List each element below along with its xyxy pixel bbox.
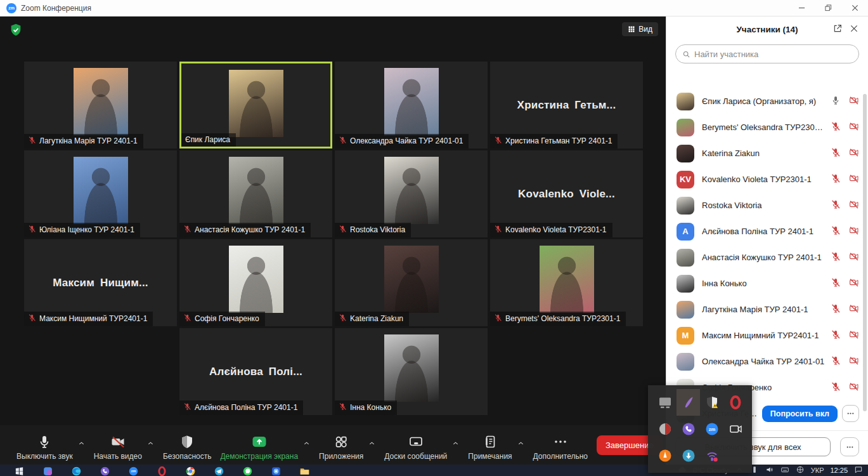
- chevron-up-icon[interactable]: [517, 438, 524, 449]
- tray-zoom-icon[interactable]: zm: [700, 416, 723, 442]
- more-icon: [553, 434, 568, 449]
- volume-icon[interactable]: [765, 465, 774, 476]
- participant-row[interactable]: A Алєйнова Поліна ТУР 2401-1: [666, 218, 868, 244]
- taskbar-folder-icon[interactable]: [299, 466, 310, 476]
- language-indicator[interactable]: УКР: [811, 465, 824, 474]
- panel-scrollbar[interactable]: [863, 94, 867, 411]
- video-tile[interactable]: Олександра Чайка ТУР 2401-01: [335, 62, 488, 149]
- taskbar-opera-icon[interactable]: [157, 466, 167, 476]
- taskbar-chrome-icon[interactable]: [185, 466, 196, 476]
- taskbar-whatsapp-icon[interactable]: [242, 466, 253, 476]
- taskbar-widgets-icon[interactable]: [42, 466, 53, 476]
- taskbar-edge-icon[interactable]: [71, 466, 82, 476]
- participant-row[interactable]: Анастасія Кожушко ТУР 2401-1: [666, 244, 868, 270]
- tray-opera-icon[interactable]: [723, 389, 747, 416]
- participant-video-photo: [229, 246, 283, 313]
- tray-mobile-hotspot-icon[interactable]: [700, 442, 723, 469]
- participant-name: Єпик Лариса (Организатор, я): [702, 96, 826, 106]
- participant-video-photo: [229, 70, 283, 137]
- toolbar-button-mic[interactable]: Выключить звук: [16, 429, 73, 461]
- close-button[interactable]: [841, 0, 868, 16]
- mic-muted-icon: [831, 225, 841, 238]
- participant-row[interactable]: Rostoka Viktoria: [666, 192, 868, 218]
- notifications-icon[interactable]: [854, 465, 863, 476]
- tray-defender-alert-icon[interactable]: [700, 389, 723, 416]
- mic-muted-icon: [183, 402, 191, 413]
- taskbar-telegram-icon[interactable]: [214, 466, 224, 476]
- video-tile[interactable]: Berymets' Oleksandra ТУР2301-1: [490, 239, 643, 326]
- toolbar-button-share[interactable]: Демонстрация экрана: [220, 429, 298, 461]
- network-icon[interactable]: [796, 465, 805, 476]
- participants-title: Участники (14): [736, 25, 798, 34]
- view-button-label: Вид: [638, 25, 652, 34]
- participant-row[interactable]: Лагуткіна Марія ТУР 2401-1: [666, 296, 868, 322]
- restore-button[interactable]: [815, 0, 841, 16]
- video-tile[interactable]: Юліана Іщенко ТУР 2401-1: [24, 150, 177, 237]
- participant-row[interactable]: Інна Конько: [666, 270, 868, 296]
- avatar: A: [677, 223, 694, 241]
- minimize-button[interactable]: [788, 0, 815, 16]
- video-tile[interactable]: Katerina Ziakun: [335, 239, 488, 326]
- tray-stylus-icon[interactable]: [677, 389, 700, 416]
- participant-search[interactable]: [675, 44, 859, 63]
- clock[interactable]: 12:25: [830, 465, 848, 474]
- video-tile[interactable]: Христина Гетьм... Христина Гетьман ТУР 2…: [490, 62, 643, 149]
- participant-row[interactable]: Katerina Ziakun: [666, 140, 868, 166]
- taskbar-start-icon[interactable]: [14, 466, 25, 476]
- tile-participant-name: Rostoka Viktoria: [350, 225, 405, 234]
- video-tile[interactable]: Rostoka Viktoria: [335, 150, 488, 237]
- participant-row[interactable]: Berymets' Oleksandra ТУР2301-1: [666, 114, 868, 140]
- toolbar-button-notes[interactable]: Примечания: [468, 429, 512, 461]
- video-tile[interactable]: Інна Конько: [335, 328, 488, 415]
- encryption-shield-icon[interactable]: [9, 23, 23, 38]
- video-grid: Лагуткіна Марія ТУР 2401-1 Єпик Лариса О…: [24, 62, 644, 415]
- chevron-up-icon[interactable]: [78, 438, 85, 449]
- tray-display-icon[interactable]: [653, 389, 677, 416]
- participant-more-button[interactable]: [842, 405, 859, 422]
- chevron-up-icon[interactable]: [147, 438, 154, 449]
- participant-row[interactable]: Єпик Лариса (Организатор, я): [666, 88, 868, 114]
- tray-downloader-icon[interactable]: [677, 442, 700, 469]
- video-tile[interactable]: Алєйнова Полі... Алєйнова Поліна ТУР 240…: [179, 328, 332, 415]
- shield-icon: [179, 434, 195, 449]
- participant-row[interactable]: Олександра Чайка ТУР 2401-01: [666, 348, 868, 374]
- participant-row[interactable]: M Максим Нищимний ТУР2401-1: [666, 322, 868, 348]
- popout-panel-button[interactable]: [832, 23, 844, 35]
- chevron-up-icon[interactable]: [452, 438, 459, 449]
- mic-muted-icon: [28, 314, 36, 324]
- tray-viber-icon[interactable]: [677, 416, 700, 442]
- taskbar-viber-icon[interactable]: [100, 466, 110, 476]
- tile-participant-name: Єпик Лариса: [185, 135, 230, 144]
- grid-row: Алєйнова Полі... Алєйнова Поліна ТУР 240…: [24, 328, 644, 415]
- toolbar-button-apps[interactable]: Приложения: [319, 429, 363, 461]
- tile-participant-name: Софія Гончаренко: [195, 314, 259, 323]
- tray-ccleaner-icon[interactable]: [653, 416, 677, 442]
- grid-view-icon: [628, 25, 635, 33]
- toolbar-button-shield[interactable]: Безопасность: [163, 429, 212, 461]
- toolbar-button-more[interactable]: Дополнительно: [533, 429, 588, 461]
- video-tile[interactable]: Лагуткіна Марія ТУР 2401-1: [24, 62, 177, 149]
- video-tile[interactable]: Kovalenko Viole... Kovalenko Violeta ТУР…: [490, 150, 643, 237]
- video-tile[interactable]: Анастасія Кожушко ТУР 2401-1: [179, 150, 332, 237]
- chevron-up-icon[interactable]: [303, 438, 310, 449]
- taskbar-zoom-icon[interactable]: zm: [128, 466, 139, 476]
- tray-screen-record-icon[interactable]: [723, 416, 747, 442]
- panel-more-button[interactable]: [840, 437, 859, 456]
- tile-participant-name: Лагуткіна Марія ТУР 2401-1: [39, 136, 138, 145]
- video-tile[interactable]: Максим Нищим... Максим Нищимний ТУР2401-…: [24, 239, 177, 326]
- toolbar-button-board[interactable]: Доски сообщений: [384, 429, 447, 461]
- toolbar-button-cam-off-big[interactable]: Начать видео: [94, 429, 142, 461]
- touch-keyboard-icon[interactable]: [781, 465, 789, 476]
- search-icon: [682, 50, 690, 58]
- video-tile[interactable]: Софія Гончаренко: [179, 239, 332, 326]
- ask-to-unmute-button[interactable]: Попросить вкл: [762, 406, 838, 422]
- search-input[interactable]: [694, 50, 852, 59]
- taskbar-photos-icon[interactable]: [271, 466, 282, 476]
- participant-row[interactable]: KV Kovalenko Violeta ТУР2301-1: [666, 166, 868, 192]
- close-panel-button[interactable]: [849, 23, 860, 35]
- view-button[interactable]: Вид: [622, 22, 658, 36]
- video-tile[interactable]: Єпик Лариса: [179, 62, 332, 149]
- chevron-up-icon[interactable]: [368, 438, 375, 449]
- window-controls: [788, 0, 868, 16]
- tray-avast-icon[interactable]: [653, 442, 677, 469]
